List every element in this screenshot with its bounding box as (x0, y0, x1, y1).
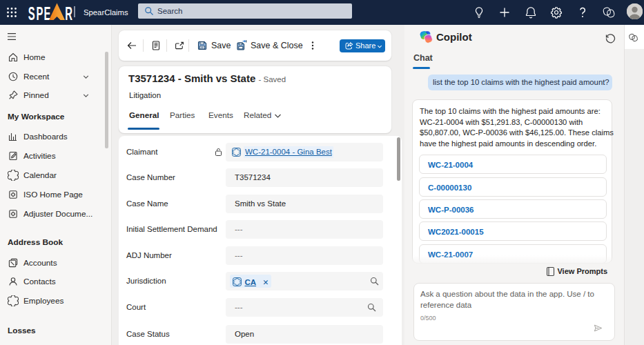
svg-text:P: P (37, 2, 43, 21)
svg-text:R: R (65, 2, 72, 21)
svg-text:E: E (44, 2, 51, 21)
svg-text:S: S (28, 2, 35, 21)
